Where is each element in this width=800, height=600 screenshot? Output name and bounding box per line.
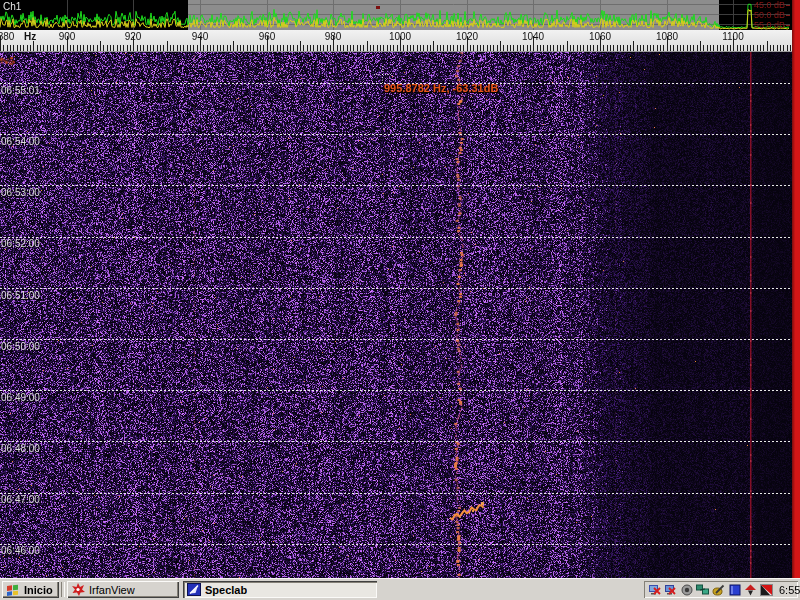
power-scheme-icon[interactable] — [679, 583, 694, 597]
taskbar-divider — [61, 582, 65, 597]
channel-label: Ch1 — [3, 1, 21, 12]
irfanview-icon — [71, 583, 85, 596]
freq-tick-label: 900 — [50, 31, 84, 42]
freq-tick-label: 960 — [250, 31, 284, 42]
freq-tick-label: 1100 — [716, 31, 750, 42]
windows-logo-icon — [6, 583, 20, 596]
time-axis-label: 06:46:00 — [1, 545, 40, 556]
spectrum-graph[interactable] — [0, 0, 800, 30]
freq-tick-label: 980 — [316, 31, 350, 42]
system-tray: 6:55 — [644, 581, 798, 598]
freq-tick-label: 1000 — [383, 31, 417, 42]
start-button-label: Inicio — [24, 584, 53, 596]
freq-tick-label: 1060 — [583, 31, 617, 42]
scanner-tool-icon[interactable] — [711, 583, 726, 597]
task-button-irfanview[interactable]: IrfanView — [67, 581, 179, 598]
taskbar: Inicio IrfanView Speclab — [0, 578, 800, 600]
antivirus-shield-icon[interactable] — [759, 583, 774, 597]
time-axis-label: 06:54:00 — [1, 136, 40, 147]
network-status-error-icon[interactable] — [663, 583, 678, 597]
time-axis-label: 06:47:00 — [1, 494, 40, 505]
time-axis-label: 06:49:00 — [1, 392, 40, 403]
freq-tick-label: 940 — [183, 31, 217, 42]
lan-connection-icon[interactable] — [695, 583, 710, 597]
db-scale-label: 55.0 dB — [754, 20, 790, 30]
db-scale-label: 50.0 dB — [754, 10, 790, 20]
time-axis-label: 06:53:00 — [1, 187, 40, 198]
cursor-readout: 995.8782 Hz, -63.31dB — [384, 82, 498, 94]
freq-tick-label: 1040 — [516, 31, 550, 42]
network-status-error-icon[interactable] — [647, 583, 662, 597]
speclab-window: Ch1 45.0 dB 50.0 dB 55.0 dB 880 Hz 900 9… — [0, 0, 800, 600]
freq-tick-label: 880 — [0, 31, 23, 42]
start-button[interactable]: Inicio — [2, 581, 59, 598]
task-button-label: IrfanView — [89, 584, 135, 596]
task-button-speclab[interactable]: Speclab — [183, 581, 377, 598]
db-scale-label: 45.0 dB — [754, 0, 790, 10]
freq-tick-label: 1020 — [450, 31, 484, 42]
freq-tick-label: 1080 — [650, 31, 684, 42]
speclab-icon — [187, 583, 201, 596]
taskbar-clock[interactable]: 6:55 — [779, 584, 800, 596]
freq-unit-label: Hz — [24, 31, 36, 42]
time-axis-label: 06:48:00 — [1, 443, 40, 454]
frequency-marker-bar — [792, 0, 800, 578]
crosshair-cursor-icon — [374, 66, 391, 83]
time-axis-label: 06:52:00 — [1, 238, 40, 249]
waterfall-spectrogram[interactable] — [0, 52, 800, 578]
time-axis-label: 06:50:00 — [1, 341, 40, 352]
traffic-arrows-icon[interactable] — [743, 583, 758, 597]
notebook-app-icon[interactable] — [727, 583, 742, 597]
task-button-label: Speclab — [205, 584, 247, 596]
freq-tick-label: 920 — [116, 31, 150, 42]
time-axis-label: 06:55:01 — [1, 85, 40, 96]
time-axis-label: 06:51:00 — [1, 290, 40, 301]
